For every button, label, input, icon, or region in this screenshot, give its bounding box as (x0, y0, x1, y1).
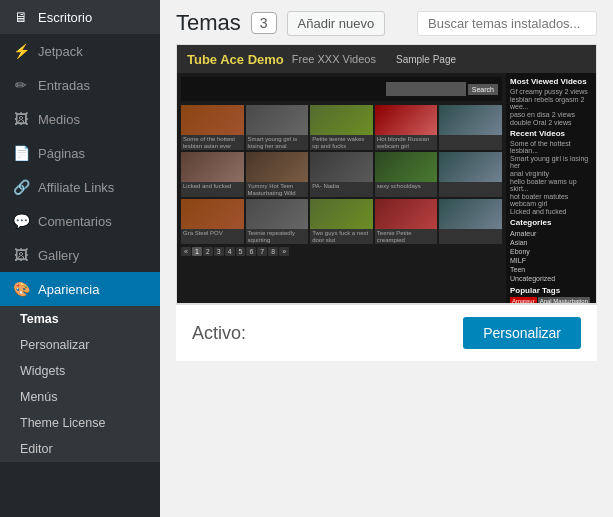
preview-body: Search Some of the hottest lesbian asian… (177, 73, 596, 303)
page-5: 5 (236, 247, 246, 256)
themes-area: Tube Ace Demo Free XXX Videos Sample Pag… (160, 44, 613, 517)
sidebar-label-entradas: Entradas (38, 78, 90, 93)
thumb-1: Some of the hottest lesbian asian ever (181, 105, 244, 150)
sidebar-item-entradas[interactable]: ✏ Entradas (0, 68, 160, 102)
recent-2: Smart young girl is losing her (510, 155, 592, 169)
thumb-3: Petite teenie wakes up and fucks (310, 105, 373, 150)
submenu-editor[interactable]: Editor (0, 436, 160, 462)
preview-search-bar: Search (181, 77, 502, 101)
customize-button[interactable]: Personalizar (463, 317, 581, 349)
sidebar-item-escritorio[interactable]: 🖥 Escritorio (0, 0, 160, 34)
recent-videos-title: Recent Videos (510, 129, 592, 138)
thumb-8: PA- Nadia (310, 152, 373, 197)
most-viewed-title: Most Viewed Videos (510, 77, 592, 86)
main-content: Temas 3 Añadir nuevo Tube Ace Demo Free … (160, 0, 613, 517)
affiliate-icon: 🔗 (12, 178, 30, 196)
sidebar-item-apariencia[interactable]: 🎨 Apariencia (0, 272, 160, 306)
cat-ebony: Ebony (510, 247, 592, 256)
active-theme-bar: Activo: Personalizar (176, 304, 597, 361)
thumb-13: Two guys fuck a next door slut (310, 199, 373, 244)
preview-sidebar: Most Viewed Videos Gf creamy pussy 2 vie… (506, 73, 596, 303)
submenu-temas[interactable]: Temas (0, 306, 160, 332)
cat-uncategorized: Uncategorized (510, 274, 592, 283)
cat-teen: Teen (510, 265, 592, 274)
sidebar-label-escritorio: Escritorio (38, 10, 92, 25)
submenu-menus[interactable]: Menús (0, 384, 160, 410)
thumb-6: Licked and fucked (181, 152, 244, 197)
cat-milf: MILF (510, 256, 592, 265)
most-viewed-4: double Oral 2 views (510, 119, 592, 126)
medios-icon: 🖼 (12, 110, 30, 128)
escritorio-icon: 🖥 (12, 8, 30, 26)
sidebar-label-affiliate: Affiliate Links (38, 180, 114, 195)
add-new-button[interactable]: Añadir nuevo (287, 11, 386, 36)
most-viewed-1: Gf creamy pussy 2 views (510, 88, 592, 95)
thumb-15 (439, 199, 502, 244)
preview-search-btn[interactable]: Search (468, 84, 498, 95)
page-1: 1 (192, 247, 202, 256)
apariencia-submenu: Temas Personalizar Widgets Menús Theme L… (0, 306, 160, 462)
thumb-11: Gra Steel POV (181, 199, 244, 244)
preview-pagination: « 1 2 3 4 5 6 7 8 » (181, 247, 502, 256)
thumb-5 (439, 105, 502, 150)
most-viewed-2: lesbian rebels orgasm 2 wee... (510, 96, 592, 110)
sidebar-item-affiliate[interactable]: 🔗 Affiliate Links (0, 170, 160, 204)
submenu-theme-license[interactable]: Theme License (0, 410, 160, 436)
page-3: 3 (214, 247, 224, 256)
page-7: 7 (257, 247, 267, 256)
sidebar-item-comentarios[interactable]: 💬 Comentarios (0, 204, 160, 238)
sidebar-label-apariencia: Apariencia (38, 282, 99, 297)
thumb-10 (439, 152, 502, 197)
sidebar-label-comentarios: Comentarios (38, 214, 112, 229)
recent-3: anal virginity (510, 170, 592, 177)
most-viewed-3: paso en disa 2 views (510, 111, 592, 118)
preview-main-area: Search Some of the hottest lesbian asian… (177, 73, 506, 303)
sidebar-label-jetpack: Jetpack (38, 44, 83, 59)
preview-nav: Sample Page (396, 54, 456, 65)
recent-5: hot boater matutes webcam girl (510, 193, 592, 207)
jetpack-icon: ⚡ (12, 42, 30, 60)
tags-container: Amateur Anal Masturbation Anal Sex Asian… (510, 297, 592, 303)
page-next: » (279, 247, 289, 256)
preview-site-title: Tube Ace Demo (187, 52, 284, 67)
theme-count: 3 (251, 12, 277, 34)
page-title: Temas (176, 10, 241, 36)
submenu-personalizar[interactable]: Personalizar (0, 332, 160, 358)
submenu-widgets[interactable]: Widgets (0, 358, 160, 384)
categories-title: Categories (510, 218, 592, 227)
gallery-icon: 🖼 (12, 246, 30, 264)
tag-amateur: Amateur (510, 297, 537, 303)
thumb-2: Smart young girl is losing her anal virg… (246, 105, 309, 150)
theme-preview-frame: Tube Ace Demo Free XXX Videos Sample Pag… (176, 44, 597, 304)
comentarios-icon: 💬 (12, 212, 30, 230)
thumb-4: Hot blonde Russian webcam girl (375, 105, 438, 150)
cat-asian: Asian (510, 238, 592, 247)
paginas-icon: 📄 (12, 144, 30, 162)
page-6: 6 (246, 247, 256, 256)
sidebar-label-gallery: Gallery (38, 248, 79, 263)
page-header: Temas 3 Añadir nuevo (160, 0, 613, 44)
sidebar: 🖥 Escritorio ⚡ Jetpack ✏ Entradas 🖼 Medi… (0, 0, 160, 517)
preview-tagline: Free XXX Videos (292, 53, 376, 65)
thumb-12: Teenie repeatedly squirting (246, 199, 309, 244)
active-label: Activo: (192, 323, 246, 344)
thumb-9: sexy schooldays (375, 152, 438, 197)
recent-6: Licked and fucked (510, 208, 592, 215)
preview-thumbnails: Some of the hottest lesbian asian ever S… (181, 105, 502, 244)
sidebar-label-paginas: Páginas (38, 146, 85, 161)
thumb-7: Yummy Hot Teen Masturbating Wild (246, 152, 309, 197)
sidebar-item-jetpack[interactable]: ⚡ Jetpack (0, 34, 160, 68)
sidebar-item-paginas[interactable]: 📄 Páginas (0, 136, 160, 170)
entradas-icon: ✏ (12, 76, 30, 94)
recent-4: hello boater wams up skirt... (510, 178, 592, 192)
cat-amateur: Amateur (510, 229, 592, 238)
thumb-14: Teenie Petite creampied (375, 199, 438, 244)
popular-tags-title: Popular Tags (510, 286, 592, 295)
page-4: 4 (225, 247, 235, 256)
search-input[interactable] (417, 11, 597, 36)
apariencia-icon: 🎨 (12, 280, 30, 298)
sidebar-item-gallery[interactable]: 🖼 Gallery (0, 238, 160, 272)
sidebar-item-medios[interactable]: 🖼 Medios (0, 102, 160, 136)
page-2: 2 (203, 247, 213, 256)
preview-topbar: Tube Ace Demo Free XXX Videos Sample Pag… (177, 45, 596, 73)
